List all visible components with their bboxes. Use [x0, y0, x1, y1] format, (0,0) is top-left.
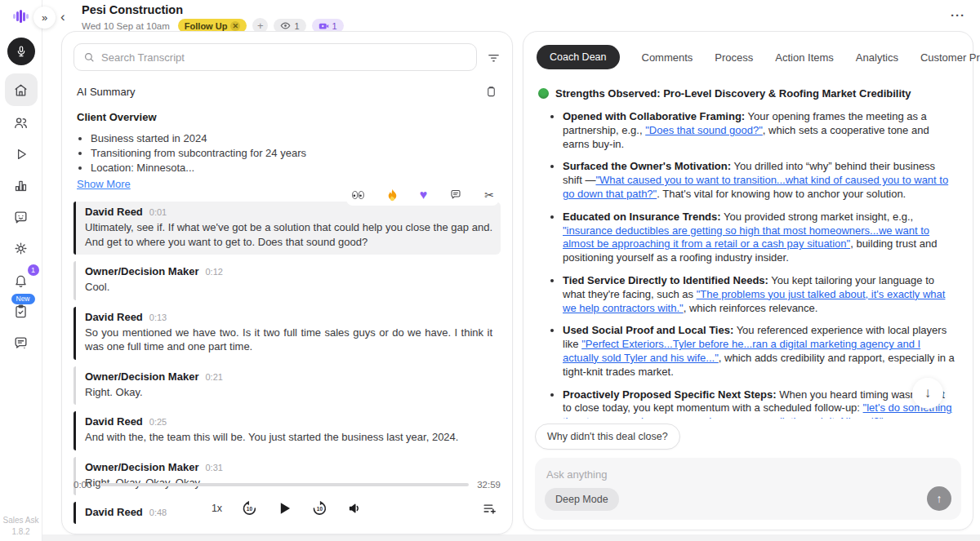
bar-chart-icon — [13, 178, 29, 193]
transcript-quote-link[interactable]: "Does that sound good?" — [645, 124, 763, 136]
coach-bullet: Proactively Proposed Specific Next Steps… — [563, 388, 956, 419]
record-mic-button[interactable] — [7, 38, 35, 65]
playback-speed-button[interactable]: 1x — [212, 503, 222, 514]
bullet-lead: Opened with Collaborative Framing: — [563, 110, 745, 122]
sidebar-item-tasks[interactable]: New — [5, 297, 38, 326]
more-options-button[interactable]: ··· — [951, 8, 965, 22]
comment-icon[interactable] — [449, 188, 462, 201]
home-icon — [13, 82, 29, 98]
sidebar-item-feedback[interactable] — [5, 328, 38, 357]
coach-bullet: Used Social Proof and Local Ties: You re… — [563, 324, 956, 379]
sidebar-item-comments[interactable] — [5, 202, 38, 232]
sidebar-item-recordings[interactable] — [5, 140, 38, 169]
new-feature-badge: New — [11, 294, 35, 304]
eyes-reaction-icon[interactable] — [351, 190, 365, 200]
bullet-lead: Used Social Proof and Local Ties: — [563, 324, 733, 336]
app-version: Sales Ask 1.8.2 — [0, 515, 42, 537]
mic-icon — [15, 45, 28, 58]
sidebar-expand-button[interactable]: » — [33, 7, 56, 29]
seek-bar[interactable] — [100, 483, 469, 486]
clips-count: 1 — [332, 21, 337, 31]
arrow-down-icon: ↓ — [924, 385, 932, 401]
notification-count-badge: 1 — [28, 264, 39, 276]
purple-heart-reaction-icon[interactable]: ♥ — [420, 188, 428, 202]
coach-message: Strengths Observed: Pro-Level Discovery … — [535, 73, 961, 419]
add-to-playlist-icon[interactable] — [482, 501, 497, 517]
users-icon — [13, 115, 29, 131]
sidebar-item-analytics[interactable] — [5, 171, 38, 201]
rewind-10-icon[interactable]: 10 — [240, 499, 258, 517]
entry-timestamp: 0:21 — [205, 372, 222, 382]
entry-timestamp: 0:01 — [149, 207, 167, 217]
views-count: 1 — [294, 21, 299, 31]
back-button[interactable]: ‹ — [60, 9, 65, 25]
bullet-lead: Educated on Insurance Trends: — [563, 211, 721, 223]
volume-icon[interactable] — [346, 500, 363, 517]
ask-input-placeholder: Ask anything — [546, 468, 607, 481]
tab-analytics[interactable]: Analytics — [856, 51, 898, 64]
coach-bullet: Opened with Collaborative Framing: Your … — [563, 110, 956, 151]
coach-bullet: Tied Service Directly to Identified Need… — [563, 274, 956, 315]
transcript-panel: Search Transcript AI Summary Client Over… — [61, 31, 513, 534]
tab-process[interactable]: Process — [715, 51, 753, 64]
entry-text: Ultimately, see if. If what we've got be… — [85, 220, 492, 249]
search-icon — [83, 51, 95, 63]
tab-customer-profile[interactable]: Customer Profile — [920, 51, 980, 64]
svg-text:10: 10 — [247, 506, 253, 512]
transcript-list: David Reed0:01Ultimately, see if. If wha… — [62, 190, 512, 524]
bullet-text: . — [883, 415, 886, 419]
coach-bullet-list: Opened with Collaborative Framing: Your … — [538, 110, 956, 419]
suggested-question-chip[interactable]: Why didn't this deal close? — [535, 423, 680, 450]
sidebar-item-team[interactable] — [5, 109, 38, 138]
ai-summary-title: AI Summary — [77, 86, 136, 98]
transcript-entry[interactable]: Owner/Decision Maker0:12Cool. — [74, 261, 501, 300]
entry-text: Right. Okay. — [85, 385, 492, 400]
sidebar-item-settings[interactable] — [5, 234, 38, 264]
summary-bullet: Location: Minnesota... — [91, 161, 497, 175]
speaker-name: Owner/Decision Maker — [85, 370, 198, 383]
gear-icon — [13, 241, 29, 256]
entry-timestamp: 0:31 — [205, 463, 222, 472]
clipboard-icon — [485, 85, 497, 98]
arrow-up-icon: ↑ — [937, 492, 942, 505]
speaker-name: Owner/Decision Maker — [85, 461, 198, 473]
transcript-entry[interactable]: David Reed0:01Ultimately, see if. If wha… — [74, 202, 501, 255]
entry-timestamp: 0:13 — [149, 313, 167, 322]
scissors-icon[interactable]: ✂ — [484, 188, 494, 202]
transcript-entry[interactable]: David Reed0:13So you mentioned we have t… — [74, 307, 501, 360]
summary-bullet: Transitioning from subcontracting for 24… — [91, 146, 497, 161]
forward-10-icon[interactable]: 10 — [310, 499, 328, 517]
search-input[interactable]: Search Transcript — [74, 43, 477, 71]
ask-input-container[interactable]: Ask anything Deep Mode ↑ — [535, 458, 961, 520]
bullet-lead: Proactively Proposed Specific Next Steps… — [563, 388, 777, 401]
eye-icon — [280, 21, 291, 30]
show-more-link[interactable]: Show More — [77, 178, 131, 190]
send-button[interactable]: ↑ — [927, 486, 951, 511]
scroll-to-bottom-button[interactable]: ↓ — [912, 378, 943, 409]
follow-up-label: Follow Up — [185, 21, 228, 31]
play-button[interactable] — [276, 500, 292, 517]
bullet-text: , which reinforces relevance. — [684, 302, 818, 314]
coach-panel: Coach DeanCommentsProcessAction ItemsAna… — [523, 31, 973, 530]
tab-action-items[interactable]: Action Items — [775, 51, 834, 64]
bell-icon — [13, 273, 29, 288]
transcript-entry[interactable]: Owner/Decision Maker0:21Right. Okay. — [74, 366, 501, 406]
coach-bullet: Surfaced the Owner's Motivation: You dri… — [563, 160, 956, 201]
remove-follow-up-icon[interactable]: ✕ — [230, 21, 240, 31]
copy-summary-button[interactable] — [485, 85, 497, 98]
deep-mode-button[interactable]: Deep Mode — [545, 488, 619, 511]
sidebar-item-notifications[interactable]: 1 — [5, 265, 38, 295]
sidebar-item-home[interactable] — [5, 73, 38, 106]
tab-coach-dean[interactable]: Coach Dean — [537, 45, 620, 69]
speaker-name: David Reed — [85, 311, 143, 323]
fire-reaction-icon[interactable] — [387, 188, 398, 202]
svg-text:10: 10 — [317, 506, 323, 512]
tab-comments[interactable]: Comments — [642, 51, 693, 64]
transcript-entry[interactable]: David Reed0:25And with the, the team thi… — [74, 411, 501, 450]
chat-bubble-icon — [13, 210, 29, 225]
bullet-lead: Surfaced the Owner's Motivation: — [563, 160, 731, 172]
bullet-text: You provided strong market insight, e.g.… — [721, 211, 914, 223]
client-overview-heading: Client Overview — [77, 111, 497, 123]
filter-icon[interactable] — [487, 51, 501, 64]
summary-bullet-list: Business started in 2024Transitioning fr… — [77, 131, 497, 175]
